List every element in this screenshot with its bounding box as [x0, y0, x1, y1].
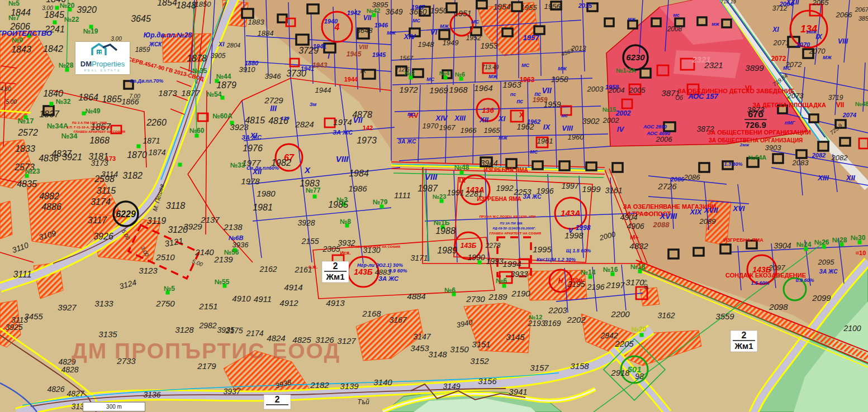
map-label: 1837: [39, 109, 60, 119]
map-label: 2089: [699, 217, 716, 226]
map-label: 3946: [265, 72, 282, 80]
map-label: 2МЖ: [806, 30, 817, 35]
map-label: ГЛАВЕН АРХИТЕКТ НА СОФИЯ: [490, 232, 541, 235]
map-label: 3927: [58, 303, 77, 312]
fraction-label: 2Жм1: [731, 330, 757, 352]
map-label: 1976: [243, 143, 263, 153]
map-label: №19: [83, 27, 98, 35]
building-footprint: [720, 245, 731, 253]
map-label: 1870: [127, 150, 147, 160]
map-label: Зм: [310, 102, 317, 107]
fraction-bottom: Жм1: [326, 272, 345, 281]
building-footprint: [722, 20, 731, 27]
circle-label: 143А: [561, 208, 581, 218]
building-footprint: [613, 163, 623, 172]
map-label: 1994: [502, 259, 521, 269]
map-label: Кк<1ЦМ 1.2 30%: [537, 257, 576, 262]
map-viewport[interactable]: 6229623067136143А143А143Б143Б143Б1344Н50…: [0, 0, 868, 412]
building-footprint: [534, 26, 544, 34]
map-label: 1952: [466, 34, 481, 42]
map-label: 4882: [39, 191, 59, 201]
building-footprint: [605, 18, 614, 26]
map-label: 3899: [745, 63, 764, 73]
map-label: 4828: [61, 365, 78, 374]
fraction-label: 2: [264, 395, 291, 409]
map-label: АОС 2690: [643, 124, 667, 130]
map-label: 2168: [362, 309, 381, 318]
map-label: №56: [224, 248, 239, 256]
map-label: 3923: [230, 122, 249, 132]
map-label: №26: [814, 238, 829, 246]
map-label: ЗА ОЗЕЛЕНЯВАНЕ МАГАЗИНИ: [623, 203, 717, 210]
building-footprint: [533, 161, 543, 169]
scale-bar: 300 m: [83, 402, 145, 411]
map-label: 1833: [15, 144, 35, 154]
map-label: 5.00: [6, 99, 17, 105]
map-label: Юр.дв.пл.№28: [144, 31, 192, 39]
map-label: 4826: [47, 385, 64, 394]
map-label: 2082: [831, 154, 848, 162]
map-label: 3135: [98, 329, 117, 339]
map-label: 4913: [326, 298, 345, 308]
map-label: 1999: [582, 184, 601, 194]
map-label: 2203: [548, 305, 567, 315]
map-label: 3929: [183, 222, 202, 231]
map-label: 3118: [166, 201, 186, 210]
map-label: XIII: [817, 174, 829, 182]
map-label: 1873: [158, 88, 177, 98]
building-footprint: [628, 21, 637, 28]
building-footprint: [840, 138, 850, 146]
map-label: 3151: [472, 339, 490, 349]
building-footprint: [477, 1, 487, 8]
building-footprint: [242, 9, 253, 18]
map-label: 1111: [394, 190, 411, 200]
map-label: №18: [630, 263, 646, 271]
map-label: IX: [361, 68, 367, 74]
map-label: 2572: [17, 128, 38, 137]
building-footprint: [296, 35, 309, 45]
map-label: 2070: [809, 47, 826, 55]
map-label: 2205: [614, 339, 634, 348]
map-label: X: [304, 165, 311, 175]
map-label: №32: [56, 98, 71, 106]
map-label: 4.60: [0, 86, 11, 92]
map-label: 1998: [576, 224, 591, 232]
map-label: №77: [306, 186, 321, 194]
map-label: 1988: [435, 226, 456, 236]
map-label: №35: [192, 67, 207, 75]
map-label: №15: [603, 106, 616, 113]
map-label: №60: [189, 127, 205, 135]
map-label: 1963: [502, 80, 521, 89]
map-label: 2004: [608, 86, 625, 94]
building-footprint: [698, 17, 706, 25]
map-label: №5: [8, 0, 20, 7]
map-label: 2918: [610, 368, 630, 377]
map-label: 3648: [357, 26, 373, 35]
map-label: мс: [673, 12, 680, 18]
map-label: 2006: [656, 135, 673, 143]
map-label: ЗА ОБЩЕСТВЕНИ ОРГАНИЗАЦИИ: [707, 129, 810, 136]
map-label: 1954: [493, 2, 510, 11]
map-label: мж: [628, 16, 635, 22]
map-label: 2086: [684, 173, 701, 181]
map-label: №48: [454, 164, 469, 171]
map-label: 2013: [571, 45, 586, 52]
map-label: 1567: [400, 55, 414, 61]
dm-properties-house-icon: [77, 43, 129, 58]
map-label: 2072: [771, 55, 786, 63]
building-footprint: [439, 30, 449, 39]
map-label: 1874: [148, 148, 165, 157]
map-label: №23: [25, 167, 40, 175]
map-label: VIII: [838, 37, 848, 45]
map-label: VII: [542, 86, 552, 95]
map-label: 1848: [176, 1, 196, 10]
map-label: 1957: [523, 33, 540, 42]
survey-point-marker: [640, 333, 644, 337]
map-label: №3: [336, 196, 348, 204]
map-label: пс: [510, 92, 516, 97]
map-label: VII: [353, 116, 363, 124]
map-label: ГЛАВЕН АРХИТЕКТ НА СОФИЯ: [74, 130, 125, 133]
map-label: 3712: [772, 4, 788, 12]
map-label: 1877: [181, 88, 200, 98]
map-label: 2005: [629, 86, 646, 94]
